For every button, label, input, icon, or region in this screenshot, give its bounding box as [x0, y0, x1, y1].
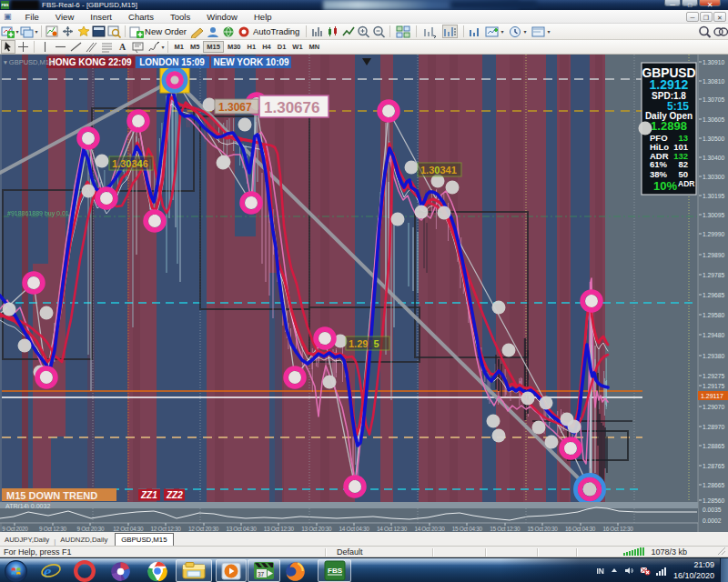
svg-text:ZZ1: ZZ1 — [140, 490, 157, 500]
svg-text:1.30400: 1.30400 — [703, 155, 724, 161]
svg-text:1.29785: 1.29785 — [703, 272, 724, 278]
svg-text:82: 82 — [678, 159, 688, 169]
svg-text:9 Oct 20:30: 9 Oct 20:30 — [76, 526, 104, 532]
svg-text:13 Oct 20:30: 13 Oct 20:30 — [301, 526, 332, 532]
svg-text:1.29380: 1.29380 — [703, 353, 724, 359]
svg-text:10%: 10% — [653, 179, 677, 193]
svg-text:14 Oct 04:30: 14 Oct 04:30 — [339, 526, 370, 532]
svg-text:1.29685: 1.29685 — [703, 292, 724, 298]
svg-text:HONG KONG 22:09: HONG KONG 22:09 — [48, 57, 132, 67]
svg-text:1.30605: 1.30605 — [703, 116, 724, 123]
svg-text:LONDON 15:09: LONDON 15:09 — [139, 57, 205, 67]
svg-text:FBS: FBS — [328, 567, 343, 575]
svg-text:38%: 38% — [650, 169, 668, 179]
svg-text:1.29990: 1.29990 — [703, 231, 724, 237]
svg-text:9 Oct 2020: 9 Oct 2020 — [2, 526, 28, 532]
svg-text:1.28865: 1.28865 — [703, 443, 724, 449]
svg-text:#918861889 buy 0.01: #918861889 buy 0.01 — [7, 210, 69, 217]
svg-text:15 Oct 20:30: 15 Oct 20:30 — [528, 526, 559, 532]
svg-text:▾ GBPUSD,M15: ▾ GBPUSD,M15 — [4, 58, 53, 66]
svg-text:1.2915: 1.2915 — [349, 338, 379, 349]
svg-text:1.29175: 1.29175 — [703, 383, 724, 389]
svg-text:1.2912: 1.2912 — [650, 77, 689, 92]
svg-text:1.30346: 1.30346 — [112, 158, 148, 169]
svg-text:ZZ2: ZZ2 — [166, 490, 183, 500]
svg-text:50: 50 — [678, 169, 688, 179]
svg-text:1.29580: 1.29580 — [703, 312, 724, 318]
svg-text:1.29117: 1.29117 — [701, 393, 723, 399]
svg-text:1.30676: 1.30676 — [264, 99, 319, 116]
svg-text:15 Oct 12:30: 15 Oct 12:30 — [490, 526, 521, 532]
svg-text:13 Oct 04:30: 13 Oct 04:30 — [226, 526, 257, 532]
svg-text:M15 DOWN TREND: M15 DOWN TREND — [6, 490, 97, 501]
svg-text:1.30341: 1.30341 — [420, 165, 457, 176]
svg-text:15 Oct 04:30: 15 Oct 04:30 — [452, 526, 483, 532]
svg-text:14 Oct 12:30: 14 Oct 12:30 — [377, 526, 408, 532]
svg-text:1.28665: 1.28665 — [703, 482, 724, 488]
svg-text:9 Oct 12:30: 9 Oct 12:30 — [39, 526, 66, 532]
svg-text:NEW YORK 10:09: NEW YORK 10:09 — [213, 57, 289, 67]
svg-text:37: 37 — [258, 571, 265, 577]
svg-text:16 Oct 12:30: 16 Oct 12:30 — [602, 526, 633, 532]
svg-text:1.30810: 1.30810 — [703, 78, 724, 85]
svg-text:1.30500: 1.30500 — [703, 135, 724, 142]
svg-text:1.29070: 1.29070 — [703, 404, 724, 410]
svg-text:16 Oct 04:30: 16 Oct 04:30 — [565, 526, 596, 532]
svg-text:0.0035: 0.0035 — [703, 507, 722, 513]
svg-text:1.3067: 1.3067 — [218, 101, 252, 114]
svg-text:13 Oct 12:30: 13 Oct 12:30 — [264, 526, 295, 532]
svg-text:1.29890: 1.29890 — [703, 252, 724, 258]
svg-text:1.28970: 1.28970 — [703, 424, 724, 430]
svg-text:ADR: ADR — [678, 179, 694, 188]
svg-text:1.30095: 1.30095 — [703, 212, 724, 218]
svg-text:1.29275: 1.29275 — [703, 373, 724, 379]
svg-text:1.30300: 1.30300 — [703, 174, 724, 180]
svg-text:14 Oct 20:30: 14 Oct 20:30 — [414, 526, 445, 532]
svg-text:12 Oct 20:30: 12 Oct 20:30 — [188, 526, 219, 532]
svg-text:1.30910: 1.30910 — [703, 59, 724, 65]
svg-text:1.28560: 1.28560 — [703, 497, 724, 504]
svg-text:1.30705: 1.30705 — [703, 96, 724, 103]
svg-text:1.30195: 1.30195 — [703, 193, 724, 199]
svg-text:0.0002: 0.0002 — [703, 517, 722, 524]
svg-text:1.2898: 1.2898 — [651, 119, 687, 133]
svg-text:12 Oct 04:30: 12 Oct 04:30 — [113, 526, 144, 532]
svg-text:12 Oct 12:30: 12 Oct 12:30 — [151, 526, 182, 532]
svg-text:1.28765: 1.28765 — [703, 463, 724, 469]
svg-text:61%: 61% — [650, 159, 668, 169]
svg-text:1.29480: 1.29480 — [703, 332, 724, 338]
